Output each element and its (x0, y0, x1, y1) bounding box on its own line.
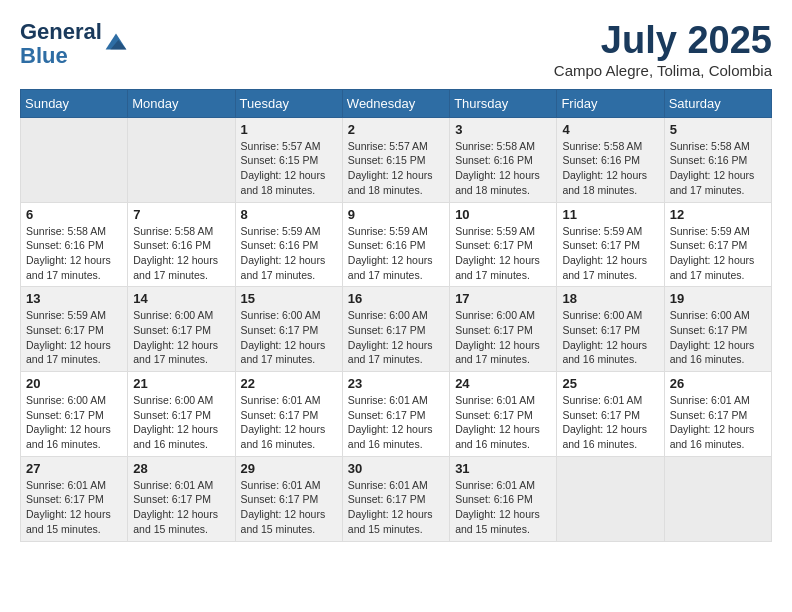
day-number: 5 (670, 122, 766, 137)
calendar-cell: 1Sunrise: 5:57 AMSunset: 6:15 PMDaylight… (235, 117, 342, 202)
day-number: 10 (455, 207, 551, 222)
calendar-cell: 11Sunrise: 5:59 AMSunset: 6:17 PMDayligh… (557, 202, 664, 287)
day-info: Sunrise: 6:00 AMSunset: 6:17 PMDaylight:… (670, 308, 766, 367)
day-number: 26 (670, 376, 766, 391)
day-number: 16 (348, 291, 444, 306)
day-number: 1 (241, 122, 337, 137)
day-info: Sunrise: 5:58 AMSunset: 6:16 PMDaylight:… (670, 139, 766, 198)
title-block: July 2025 Campo Alegre, Tolima, Colombia (554, 20, 772, 79)
day-number: 15 (241, 291, 337, 306)
day-number: 4 (562, 122, 658, 137)
day-number: 6 (26, 207, 122, 222)
calendar-cell: 4Sunrise: 5:58 AMSunset: 6:16 PMDaylight… (557, 117, 664, 202)
calendar-cell: 5Sunrise: 5:58 AMSunset: 6:16 PMDaylight… (664, 117, 771, 202)
calendar-cell: 19Sunrise: 6:00 AMSunset: 6:17 PMDayligh… (664, 287, 771, 372)
day-number: 23 (348, 376, 444, 391)
calendar-cell: 26Sunrise: 6:01 AMSunset: 6:17 PMDayligh… (664, 372, 771, 457)
day-number: 13 (26, 291, 122, 306)
calendar-week-row: 6Sunrise: 5:58 AMSunset: 6:16 PMDaylight… (21, 202, 772, 287)
day-info: Sunrise: 5:59 AMSunset: 6:16 PMDaylight:… (348, 224, 444, 283)
calendar-cell: 16Sunrise: 6:00 AMSunset: 6:17 PMDayligh… (342, 287, 449, 372)
day-info: Sunrise: 6:00 AMSunset: 6:17 PMDaylight:… (562, 308, 658, 367)
calendar-cell: 12Sunrise: 5:59 AMSunset: 6:17 PMDayligh… (664, 202, 771, 287)
weekday-header-row: SundayMondayTuesdayWednesdayThursdayFrid… (21, 89, 772, 117)
calendar-cell: 9Sunrise: 5:59 AMSunset: 6:16 PMDaylight… (342, 202, 449, 287)
day-number: 14 (133, 291, 229, 306)
day-number: 22 (241, 376, 337, 391)
weekday-header: Sunday (21, 89, 128, 117)
weekday-header: Tuesday (235, 89, 342, 117)
calendar-cell: 3Sunrise: 5:58 AMSunset: 6:16 PMDaylight… (450, 117, 557, 202)
day-info: Sunrise: 6:01 AMSunset: 6:17 PMDaylight:… (348, 478, 444, 537)
day-number: 21 (133, 376, 229, 391)
weekday-header: Friday (557, 89, 664, 117)
day-number: 27 (26, 461, 122, 476)
logo: GeneralBlue (20, 20, 128, 68)
calendar-cell: 2Sunrise: 5:57 AMSunset: 6:15 PMDaylight… (342, 117, 449, 202)
calendar-cell: 14Sunrise: 6:00 AMSunset: 6:17 PMDayligh… (128, 287, 235, 372)
day-info: Sunrise: 5:59 AMSunset: 6:17 PMDaylight:… (562, 224, 658, 283)
day-number: 9 (348, 207, 444, 222)
day-info: Sunrise: 6:00 AMSunset: 6:17 PMDaylight:… (133, 393, 229, 452)
location: Campo Alegre, Tolima, Colombia (554, 62, 772, 79)
calendar-cell: 7Sunrise: 5:58 AMSunset: 6:16 PMDaylight… (128, 202, 235, 287)
calendar-cell (21, 117, 128, 202)
day-number: 12 (670, 207, 766, 222)
day-number: 3 (455, 122, 551, 137)
day-number: 30 (348, 461, 444, 476)
logo-icon (104, 32, 128, 56)
calendar-cell: 27Sunrise: 6:01 AMSunset: 6:17 PMDayligh… (21, 456, 128, 541)
day-number: 19 (670, 291, 766, 306)
day-info: Sunrise: 6:00 AMSunset: 6:17 PMDaylight:… (455, 308, 551, 367)
day-number: 7 (133, 207, 229, 222)
calendar-cell: 15Sunrise: 6:00 AMSunset: 6:17 PMDayligh… (235, 287, 342, 372)
calendar-cell: 22Sunrise: 6:01 AMSunset: 6:17 PMDayligh… (235, 372, 342, 457)
calendar-cell: 10Sunrise: 5:59 AMSunset: 6:17 PMDayligh… (450, 202, 557, 287)
weekday-header: Wednesday (342, 89, 449, 117)
day-info: Sunrise: 5:58 AMSunset: 6:16 PMDaylight:… (26, 224, 122, 283)
calendar-week-row: 20Sunrise: 6:00 AMSunset: 6:17 PMDayligh… (21, 372, 772, 457)
day-info: Sunrise: 6:00 AMSunset: 6:17 PMDaylight:… (348, 308, 444, 367)
day-info: Sunrise: 5:59 AMSunset: 6:17 PMDaylight:… (26, 308, 122, 367)
day-info: Sunrise: 6:01 AMSunset: 6:17 PMDaylight:… (348, 393, 444, 452)
calendar-cell: 30Sunrise: 6:01 AMSunset: 6:17 PMDayligh… (342, 456, 449, 541)
day-info: Sunrise: 6:01 AMSunset: 6:17 PMDaylight:… (26, 478, 122, 537)
calendar-cell (664, 456, 771, 541)
calendar: SundayMondayTuesdayWednesdayThursdayFrid… (20, 89, 772, 542)
logo-text: GeneralBlue (20, 20, 102, 68)
calendar-cell: 21Sunrise: 6:00 AMSunset: 6:17 PMDayligh… (128, 372, 235, 457)
day-number: 18 (562, 291, 658, 306)
day-info: Sunrise: 6:00 AMSunset: 6:17 PMDaylight:… (241, 308, 337, 367)
day-info: Sunrise: 5:57 AMSunset: 6:15 PMDaylight:… (348, 139, 444, 198)
calendar-cell: 6Sunrise: 5:58 AMSunset: 6:16 PMDaylight… (21, 202, 128, 287)
month-title: July 2025 (554, 20, 772, 62)
calendar-week-row: 13Sunrise: 5:59 AMSunset: 6:17 PMDayligh… (21, 287, 772, 372)
day-info: Sunrise: 6:01 AMSunset: 6:17 PMDaylight:… (455, 393, 551, 452)
day-number: 2 (348, 122, 444, 137)
day-number: 24 (455, 376, 551, 391)
day-info: Sunrise: 5:57 AMSunset: 6:15 PMDaylight:… (241, 139, 337, 198)
calendar-cell: 18Sunrise: 6:00 AMSunset: 6:17 PMDayligh… (557, 287, 664, 372)
day-info: Sunrise: 5:58 AMSunset: 6:16 PMDaylight:… (133, 224, 229, 283)
calendar-cell (128, 117, 235, 202)
page-header: GeneralBlue July 2025 Campo Alegre, Toli… (20, 20, 772, 79)
calendar-cell: 24Sunrise: 6:01 AMSunset: 6:17 PMDayligh… (450, 372, 557, 457)
calendar-week-row: 27Sunrise: 6:01 AMSunset: 6:17 PMDayligh… (21, 456, 772, 541)
day-info: Sunrise: 6:00 AMSunset: 6:17 PMDaylight:… (133, 308, 229, 367)
weekday-header: Saturday (664, 89, 771, 117)
day-info: Sunrise: 5:59 AMSunset: 6:16 PMDaylight:… (241, 224, 337, 283)
calendar-cell: 17Sunrise: 6:00 AMSunset: 6:17 PMDayligh… (450, 287, 557, 372)
calendar-week-row: 1Sunrise: 5:57 AMSunset: 6:15 PMDaylight… (21, 117, 772, 202)
weekday-header: Thursday (450, 89, 557, 117)
calendar-cell (557, 456, 664, 541)
calendar-cell: 8Sunrise: 5:59 AMSunset: 6:16 PMDaylight… (235, 202, 342, 287)
day-number: 17 (455, 291, 551, 306)
day-number: 8 (241, 207, 337, 222)
day-info: Sunrise: 6:01 AMSunset: 6:17 PMDaylight:… (133, 478, 229, 537)
day-number: 29 (241, 461, 337, 476)
day-info: Sunrise: 6:01 AMSunset: 6:17 PMDaylight:… (241, 478, 337, 537)
day-info: Sunrise: 5:58 AMSunset: 6:16 PMDaylight:… (562, 139, 658, 198)
day-info: Sunrise: 6:01 AMSunset: 6:17 PMDaylight:… (562, 393, 658, 452)
day-info: Sunrise: 5:58 AMSunset: 6:16 PMDaylight:… (455, 139, 551, 198)
calendar-cell: 13Sunrise: 5:59 AMSunset: 6:17 PMDayligh… (21, 287, 128, 372)
